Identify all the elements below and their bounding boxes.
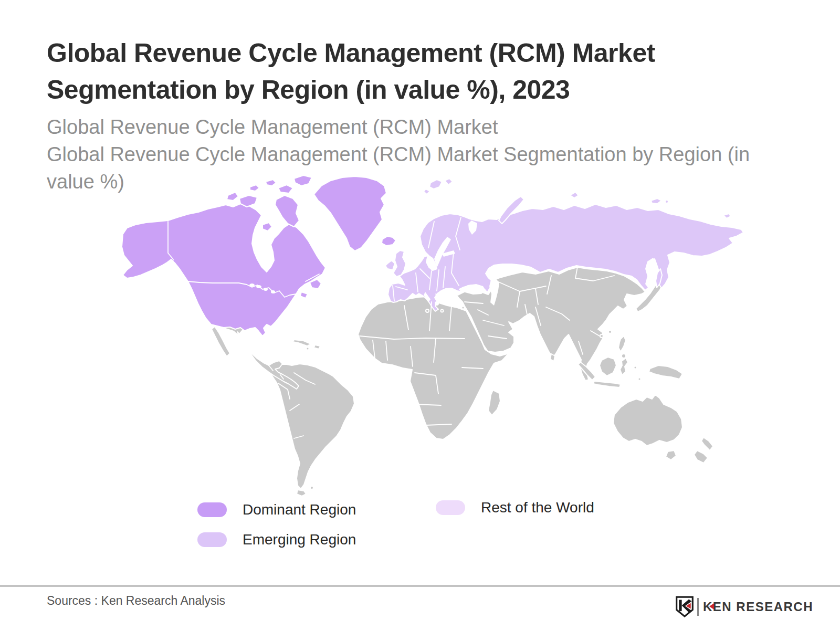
island-banks <box>227 192 238 201</box>
island-crete <box>441 310 444 312</box>
island-devon <box>278 185 293 193</box>
island-new-guinea <box>649 365 682 379</box>
island-new-siberian <box>651 198 662 204</box>
island-arctic-small-1 <box>250 185 259 191</box>
island-ellesmere <box>294 175 312 186</box>
island-java <box>593 381 621 387</box>
title-line-1: Global Revenue Cycle Management (RCM) Ma… <box>47 35 782 71</box>
border-balkans-1 <box>436 294 442 299</box>
region-baja-california <box>212 327 230 356</box>
world-map-svg <box>121 173 746 499</box>
island-tierra-del-fuego <box>297 490 306 496</box>
shield-k-stem <box>679 600 681 612</box>
region-mexico-central-america <box>210 323 299 389</box>
island-baffin <box>275 195 299 227</box>
island-sri-lanka <box>550 354 555 361</box>
world-map <box>121 173 746 499</box>
source-text: Sources : Ken Research Analysis <box>47 594 225 608</box>
border-balkans-2 <box>447 290 452 299</box>
island-taiwan <box>608 330 612 333</box>
island-iceland <box>382 236 396 246</box>
sea-aegean <box>435 301 439 306</box>
island-greenland <box>314 176 386 251</box>
legend-item-rest-of-world: Rest of the World <box>436 499 594 516</box>
page-title: Global Revenue Cycle Management (RCM) Ma… <box>47 35 782 108</box>
legend-label-dominant: Dominant Region <box>243 501 356 518</box>
island-mindanao <box>622 354 626 358</box>
island-wrangel <box>723 214 731 218</box>
island-hainan <box>600 334 603 338</box>
logo-divider <box>697 598 699 616</box>
subtitle-line-2: Global Revenue Cycle Management (RCM) Ma… <box>47 141 782 168</box>
legend-label-rest-of-world: Rest of the World <box>481 499 594 516</box>
legend-swatch-emerging <box>197 532 227 547</box>
brand-label: KEN RESEARCH <box>703 600 813 614</box>
region-dominant <box>122 175 396 336</box>
footer-divider <box>0 585 840 587</box>
island-nova-scotia <box>300 292 308 298</box>
infographic-page: Global Revenue Cycle Management (RCM) Ma… <box>0 0 840 630</box>
swatch-pill-emerging <box>197 532 227 547</box>
island-arctic-small-2 <box>266 180 276 186</box>
island-timor <box>638 378 641 381</box>
island-new-zealand-north <box>701 437 713 450</box>
brand-text: KEN RESEARCH <box>703 600 813 614</box>
brand-red-triangle-icon <box>709 603 714 610</box>
island-madagascar <box>488 390 500 415</box>
island-svalbard-south <box>424 189 430 194</box>
island-svalbard-east <box>445 178 453 185</box>
island-cyprus <box>462 307 465 309</box>
island-falkland <box>310 486 313 489</box>
swatch-pill-rest-of-world <box>436 500 465 515</box>
island-severnaya-zemlya <box>570 192 579 198</box>
island-sicily <box>426 309 429 312</box>
continent-australia <box>613 395 682 446</box>
legend-item-dominant: Dominant Region <box>197 501 356 518</box>
swatch-pill-dominant <box>197 502 227 517</box>
legend-label-emerging: Emerging Region <box>243 531 356 548</box>
island-sulawesi <box>620 358 628 375</box>
legend-swatch-dominant <box>197 502 227 517</box>
island-svalbard <box>429 180 442 189</box>
ken-research-logo: KEN RESEARCH <box>675 595 813 619</box>
header: Global Revenue Cycle Management (RCM) Ma… <box>47 35 782 195</box>
island-philippines <box>618 336 626 352</box>
island-jamaica <box>307 348 309 350</box>
island-moluccas <box>634 366 637 369</box>
legend-item-emerging: Emerging Region <box>197 531 356 548</box>
island-southampton <box>262 223 272 231</box>
island-cuba <box>293 340 311 346</box>
subtitle-line-1: Global Revenue Cycle Management (RCM) Ma… <box>47 113 782 141</box>
legend-swatch-rest-of-world <box>436 500 465 515</box>
title-line-2: Segmentation by Region (in value %), 202… <box>47 71 782 108</box>
island-new-siberian-east <box>665 200 668 203</box>
island-tasmania <box>666 450 676 460</box>
island-hispaniola <box>314 345 320 349</box>
island-new-zealand-south <box>694 450 708 463</box>
ken-research-shield-icon <box>675 595 694 618</box>
island-ireland <box>385 260 395 270</box>
island-borneo <box>600 357 616 376</box>
